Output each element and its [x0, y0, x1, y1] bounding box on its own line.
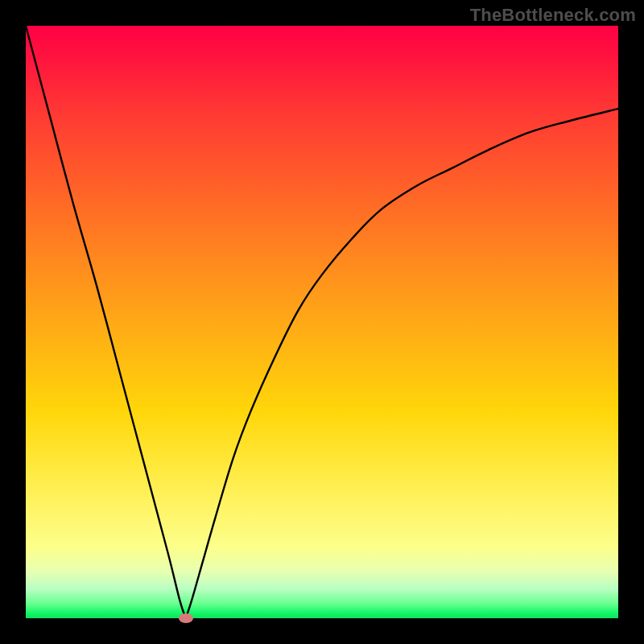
- minimum-marker: [179, 613, 193, 623]
- watermark-text: TheBottleneck.com: [470, 5, 636, 26]
- chart-frame: TheBottleneck.com: [0, 0, 644, 644]
- plot-area: [26, 26, 618, 618]
- bottleneck-curve: [26, 26, 618, 618]
